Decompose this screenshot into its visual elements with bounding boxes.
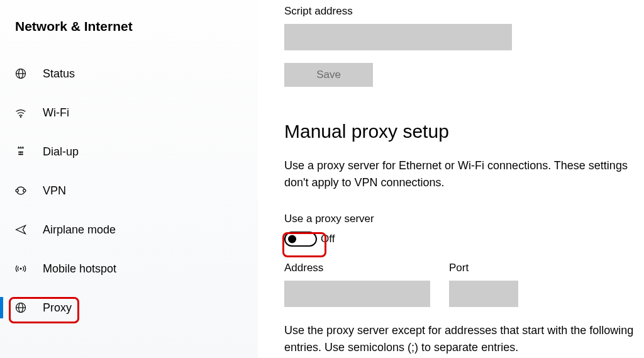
svg-point-4 <box>19 152 19 152</box>
vpn-icon <box>14 184 28 198</box>
svg-point-12 <box>20 268 21 269</box>
address-label: Address <box>284 262 430 274</box>
manual-proxy-desc: Use a proxy server for Ethernet or Wi-Fi… <box>284 157 630 191</box>
sidebar: Network & Internet Status Wi-Fi Dial-up <box>0 0 258 358</box>
sidebar-item-label: Status <box>43 67 75 81</box>
sidebar-item-airplane[interactable]: Airplane mode <box>14 220 258 239</box>
use-proxy-toggle[interactable] <box>284 232 317 247</box>
sidebar-nav: Status Wi-Fi Dial-up VPN <box>14 64 258 317</box>
sidebar-item-label: Airplane mode <box>43 223 116 237</box>
sidebar-item-label: VPN <box>43 184 66 198</box>
save-button[interactable]: Save <box>284 63 373 87</box>
sidebar-item-wifi[interactable]: Wi-Fi <box>14 103 258 122</box>
sidebar-item-label: Proxy <box>43 301 72 315</box>
address-input[interactable] <box>284 281 430 307</box>
svg-point-5 <box>20 152 21 152</box>
sidebar-item-label: Wi-Fi <box>43 106 69 120</box>
dialup-icon <box>14 145 28 159</box>
svg-point-11 <box>23 189 26 192</box>
use-proxy-state: Off <box>321 233 335 245</box>
sidebar-item-dialup[interactable]: Dial-up <box>14 142 258 161</box>
hotspot-icon <box>14 262 28 276</box>
sidebar-title: Network & Internet <box>15 19 258 34</box>
sidebar-item-status[interactable]: Status <box>14 64 258 83</box>
svg-point-6 <box>22 152 23 152</box>
exceptions-desc: Use the proxy server except for addresse… <box>284 322 640 356</box>
globe-icon <box>14 67 28 81</box>
svg-point-9 <box>22 154 23 155</box>
manual-proxy-heading: Manual proxy setup <box>284 121 640 142</box>
wifi-icon <box>14 106 28 120</box>
port-input[interactable] <box>449 281 518 307</box>
sidebar-item-hotspot[interactable]: Mobile hotspot <box>14 259 258 278</box>
script-address-input[interactable] <box>284 24 512 50</box>
content-area: Script address Save Manual proxy setup U… <box>258 0 644 358</box>
sidebar-item-vpn[interactable]: VPN <box>14 181 258 200</box>
svg-point-3 <box>20 116 21 117</box>
globe-icon <box>14 301 28 315</box>
svg-point-10 <box>16 189 18 192</box>
svg-point-7 <box>19 154 19 155</box>
sidebar-item-label: Mobile hotspot <box>43 262 116 276</box>
port-label: Port <box>449 262 518 274</box>
svg-point-8 <box>20 154 21 155</box>
airplane-icon <box>14 223 28 237</box>
sidebar-item-label: Dial-up <box>43 145 79 159</box>
sidebar-item-proxy[interactable]: Proxy <box>14 298 258 317</box>
use-proxy-label: Use a proxy server <box>284 213 640 225</box>
script-address-label: Script address <box>284 5 640 18</box>
